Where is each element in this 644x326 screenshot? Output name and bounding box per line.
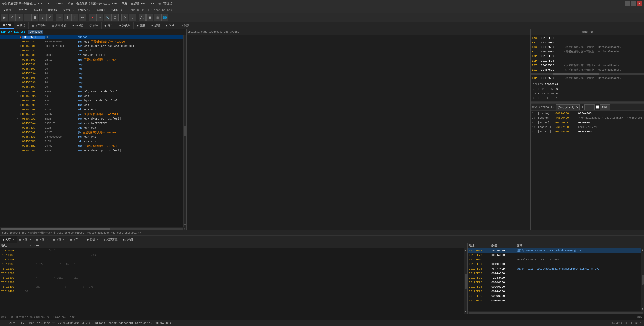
disasm-row-7[interactable]: ○ 0045759390 nop — [0, 67, 183, 71]
tab-memory-layout[interactable]: ▦ 内存布局 — [29, 22, 49, 29]
tab-seh[interactable]: ✦ SEH链 — [69, 22, 86, 29]
disasm-row-16[interactable]: ○ 0045759E01DB add ebx,ebx — [0, 107, 183, 112]
conv-lock-checkbox[interactable] — [596, 105, 599, 109]
bot-tab-watch1[interactable]: ◉监视 1 — [84, 236, 101, 243]
disasm-row-11[interactable]: ○ 0045759790 nop — [0, 85, 183, 89]
disasm-row-10[interactable]: ○ 0045759690 nop — [0, 80, 183, 85]
bot-tab-locals[interactable]: ▤局部变量 — [101, 236, 120, 243]
menu-debug[interactable]: 调试(D) — [31, 8, 46, 12]
disasm-row-13[interactable]: ○ 0045759A46 inc esi — [0, 94, 183, 98]
addr-1: 00457581 — [22, 40, 45, 43]
disasm-row-1[interactable]: ○ 00457581 BE 00A04300 mov esi,吾爱破解培训第一.… — [0, 39, 183, 44]
close-button[interactable]: ✕ — [637, 1, 642, 6]
menu-view[interactable]: 视图(V) — [16, 8, 31, 12]
tb-step-over-button[interactable]: → — [24, 14, 31, 21]
menu-trace[interactable]: 跟踪(N) — [46, 8, 61, 12]
menu-favorites[interactable]: 收藏夹(J) — [76, 8, 94, 12]
disasm-row-8[interactable]: ○ 0045759490 nop — [0, 71, 183, 76]
disasm-row-15[interactable]: ○ 0045759D47 inc edi — [0, 103, 183, 107]
bot-tab-mem2[interactable]: ▦内存 2 — [17, 236, 34, 243]
tb-up-button[interactable]: ⬆ — [71, 14, 78, 21]
tab-ref-label: 引用 — [139, 24, 145, 27]
mem-scrollbar[interactable]: ▲ ▼ — [464, 248, 467, 314]
command-input[interactable] — [10, 316, 635, 319]
menu-help[interactable]: 帮助(H) — [109, 8, 124, 12]
tab-source[interactable]: ◈ 源代码 — [116, 22, 134, 29]
menu-file[interactable]: 文件(F) — [1, 8, 16, 12]
toolbar-sep3 — [120, 15, 120, 21]
menu-plugin[interactable]: 插件(P) — [61, 8, 76, 12]
tb-skipret-button[interactable]: ↩ — [79, 14, 86, 21]
reg-scrollbar[interactable] — [531, 73, 644, 75]
disasm-scrollbar[interactable]: ▲ ▼ — [183, 35, 186, 227]
tb-stop-button[interactable]: ■ — [16, 14, 23, 21]
disasm-row-4[interactable]: ○ 0045758D 83CD FF or ebp,0xFFFFFFFF — [0, 53, 183, 57]
bstack-hscroll[interactable] — [468, 311, 644, 314]
tb-mem-button[interactable]: ⬡ — [111, 14, 119, 21]
bot-tab-struct[interactable]: ▣结构体 — [120, 236, 137, 243]
tb-font-button[interactable]: A↕ — [139, 14, 146, 21]
tb-globe-button[interactable]: 🌐 — [161, 14, 168, 21]
disasm-row-5[interactable]: → ○ 00457590 EB 10 jmp 吾爱破解培训第一.4575A2 — [0, 57, 183, 62]
disasm-row-19[interactable]: ○ 004575A483EE FC sub esi,0xFFFFFFFC — [0, 121, 183, 126]
tab-trace[interactable]: ↺ 跟踪 — [178, 22, 192, 29]
tb-edit-button[interactable]: ✏ — [96, 14, 103, 21]
tb-patch-button[interactable]: 🔧 — [104, 14, 111, 21]
disasm-row-17[interactable]: → ○ 004575A075 07 jne 吾爱破解培训第一.4575A9 — [0, 112, 183, 116]
tab-handles[interactable]: ◐ 句柄 — [163, 22, 178, 29]
conv-select[interactable]: 默认 (stdcall) — [556, 104, 580, 110]
tb-goto-button[interactable]: ⇒ — [56, 14, 63, 21]
disasm-row-18[interactable]: → ○ 004575A28B1E mov ebx,dword ptr ds:[e… — [0, 116, 183, 121]
tb-screen-button[interactable]: ▣ — [146, 14, 153, 21]
tb-step-back-button[interactable]: ↶ — [46, 14, 53, 21]
tb-expr-button[interactable]: fx — [121, 14, 128, 21]
disasm-row-14[interactable]: ○ 0045759B8807 mov byte ptr ds:[edi],al — [0, 98, 183, 103]
fpu-header[interactable]: 隐藏FPU — [531, 29, 644, 35]
tb-hash-button[interactable]: # — [129, 14, 136, 21]
tb-pause-button[interactable]: ⏸ — [31, 14, 38, 21]
disasm-row-6[interactable]: ○ 0045759290 nop — [0, 62, 183, 67]
reg-hscroll[interactable] — [531, 102, 644, 104]
bstack-scrollbar[interactable]: ▲ ▼ — [641, 248, 644, 311]
bot-tab-mem3[interactable]: ▦内存 3 — [34, 236, 51, 243]
disasm-hscroll[interactable]: ▶ — [0, 227, 186, 230]
disasm-row-20[interactable]: ○ 004575A711DB adc ebx,ebx — [0, 126, 183, 130]
status-sep: | — [17, 322, 19, 325]
disasm-row-22[interactable]: ○ 004575ABB8 01000000 mov eax,0x1 — [0, 135, 183, 139]
mem5-label: 内存 5 — [73, 238, 81, 241]
disasm-row-3[interactable]: ○ 0045758C 57 push edi — [0, 48, 183, 53]
disasm-row-21[interactable]: → ○ 004575A972 ED jb 吾爱破解培训第一.457598 — [0, 130, 183, 135]
tb-step-into-button[interactable]: ↓ — [39, 14, 46, 21]
tab-symbols[interactable]: ◉ 符号 — [102, 22, 116, 29]
disasm-row-2[interactable]: ○ 00457586 8DBE 0070FCFF lea edi,dword p… — [0, 44, 183, 48]
disasm-row-12[interactable]: → ○ 004575988A06 mov al,byte ptr ds:[esi… — [0, 89, 183, 94]
disasm-row-0[interactable]: ● 00457580 60 pushad — [0, 35, 183, 39]
tb-restart-button[interactable]: ↺ — [9, 14, 16, 21]
minimize-button[interactable]: — — [625, 1, 630, 6]
tb-run-button[interactable]: ▶ — [1, 14, 8, 21]
tab-breakpoints[interactable]: ● 断点 — [14, 22, 29, 29]
tab-refs[interactable]: ◆ 引用 — [134, 22, 148, 29]
menu-options[interactable]: 选项(O) — [94, 8, 109, 12]
tab-cpu[interactable]: ▣ CPU — [0, 22, 14, 29]
tab-script[interactable]: ⬡ 脚本 — [86, 22, 102, 29]
reg-eip-area: EIP 00457580 ＜吾爱破解培训第一课作业—. OptionalHead… — [531, 75, 644, 81]
tb-down-button[interactable]: ⬇ — [64, 14, 71, 21]
disasm-area[interactable]: ● 00457580 60 pushad ○ 00457581 BE 00A04… — [0, 35, 183, 227]
maximize-button[interactable]: □ — [631, 1, 636, 6]
disasm-row-24[interactable]: → ○ 004575B275 07 jne 吾爱破解培训第一.4575BB — [0, 144, 183, 148]
disasm-row-9[interactable]: ○ 0045759590 nop — [0, 76, 183, 80]
conv-num-input[interactable] — [584, 104, 595, 110]
tb-delete-button[interactable]: 🗑 — [154, 14, 161, 21]
toolbar-sep2 — [87, 15, 87, 21]
cpu-icon: ▣ — [3, 23, 5, 27]
disasm-row-23[interactable]: ○ 004575B001DB add eax,ebx — [0, 139, 183, 144]
tb-bp-button[interactable]: ● — [89, 14, 96, 21]
disasm-row-25[interactable]: ○ 004575B48B1E mov ebx,dword ptr ds:[esi… — [0, 148, 183, 153]
tab-threads[interactable]: ⊞ 线程 — [148, 22, 163, 29]
bot-tab-mem1[interactable]: ▦内存 1 — [0, 236, 17, 243]
bot-tab-mem5[interactable]: ▦内存 5 — [67, 236, 84, 243]
tab-callstack[interactable]: ▤ 调用堆栈 — [49, 22, 69, 29]
bot-tab-mem4[interactable]: ▦内存 4 — [50, 236, 67, 243]
conv-unlock-button[interactable]: 解锁 — [600, 104, 610, 110]
